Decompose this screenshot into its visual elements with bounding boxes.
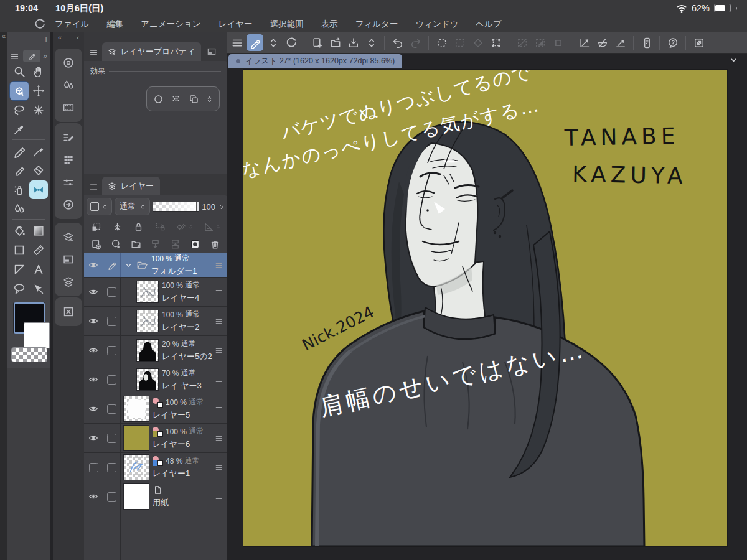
- palette-drag-grip[interactable]: ‖: [44, 35, 47, 43]
- sub-color-swatch[interactable]: [24, 322, 50, 348]
- panel-tab-navigator[interactable]: [58, 248, 79, 271]
- menu-item-1[interactable]: 編集: [98, 19, 132, 30]
- menu-item-7[interactable]: ウィンドウ: [406, 19, 467, 30]
- tool-balloon[interactable]: [10, 279, 29, 298]
- tool-airbrush[interactable]: [10, 180, 29, 199]
- fill-selection-button[interactable]: [469, 34, 486, 51]
- tool-ruler[interactable]: [29, 241, 48, 259]
- menu-item-3[interactable]: レイヤー: [210, 19, 261, 30]
- clipping-button[interactable]: [90, 221, 102, 233]
- opacity-handle[interactable]: [196, 202, 199, 211]
- tool-eyedropper[interactable]: [10, 120, 29, 139]
- new-folder-button[interactable]: [130, 238, 142, 250]
- menu-item-0[interactable]: ファイル: [46, 19, 98, 30]
- menu-item-2[interactable]: アニメーション: [132, 19, 209, 30]
- tool-gradient[interactable]: [29, 222, 48, 240]
- save-button[interactable]: [345, 34, 362, 51]
- clip-studio-home-button[interactable]: [283, 34, 299, 51]
- blend-mode-select[interactable]: 通常: [115, 198, 150, 215]
- tab-navigator-icon[interactable]: [201, 42, 222, 61]
- menu-item-8[interactable]: ヘルプ: [467, 19, 510, 30]
- tool-blend[interactable]: [10, 200, 29, 218]
- layer-drag-handle[interactable]: [215, 434, 227, 442]
- tool-auto-select[interactable]: [29, 101, 48, 119]
- lock-button[interactable]: [133, 221, 144, 233]
- layer-visibility-off-checkbox[interactable]: [84, 453, 103, 482]
- menu-item-5[interactable]: 表示: [312, 19, 347, 30]
- effect-more-chevrons[interactable]: [205, 95, 214, 103]
- layer-row[interactable]: 用紙: [84, 482, 227, 511]
- transparent-color-swatch[interactable]: [11, 347, 47, 362]
- layer-panel-menu-icon[interactable]: [89, 182, 98, 192]
- processing-button[interactable]: [433, 34, 450, 51]
- snap-to-ruler-button[interactable]: [576, 34, 593, 51]
- layer-drag-handle[interactable]: [215, 376, 227, 384]
- layer-row[interactable]: 70 % 通常レイ ヤー3: [84, 365, 227, 394]
- layer-thumbnail[interactable]: [123, 425, 149, 451]
- layer-row[interactable]: 100 % 通常レイヤー4: [84, 278, 227, 307]
- companion-mode-button[interactable]: [638, 34, 655, 51]
- tool-g-pen[interactable]: [29, 142, 48, 161]
- tab-layers[interactable]: レイヤー: [102, 177, 160, 195]
- layer-checkbox[interactable]: [103, 307, 121, 335]
- help-button[interactable]: [664, 34, 681, 51]
- main-menu-button[interactable]: [228, 34, 245, 51]
- tool-pen[interactable]: [10, 142, 29, 161]
- tool-switch-button[interactable]: [265, 34, 281, 51]
- paper-thumbnail[interactable]: [123, 483, 149, 510]
- layer-drag-handle[interactable]: [215, 288, 227, 296]
- layer-visibility-eye-icon[interactable]: [84, 482, 103, 511]
- tool-zoom[interactable]: [10, 62, 29, 81]
- new-canvas-button[interactable]: [309, 34, 326, 51]
- redo-button[interactable]: [407, 34, 424, 51]
- transform-button[interactable]: [487, 34, 504, 51]
- layer-drag-handle[interactable]: [215, 317, 227, 325]
- opacity-slider[interactable]: [153, 202, 199, 212]
- invert-selection-button[interactable]: [532, 34, 548, 51]
- tool-hand[interactable]: [29, 62, 48, 81]
- menu-item-4[interactable]: 選択範囲: [261, 19, 312, 30]
- layer-drag-handle[interactable]: [215, 261, 227, 269]
- tool-marker[interactable]: [10, 161, 29, 180]
- layer-row[interactable]: 100 % 通常レイヤー5: [84, 394, 227, 424]
- layer-visibility-eye-icon[interactable]: [84, 278, 103, 306]
- layer-color-effect-icon[interactable]: [188, 93, 200, 105]
- undo-button[interactable]: [389, 34, 406, 51]
- reference-button[interactable]: [111, 221, 123, 233]
- tool-correct-line[interactable]: [29, 279, 48, 298]
- clear-selection-button[interactable]: [514, 34, 530, 51]
- layer-checkbox[interactable]: [103, 336, 121, 365]
- layer-visibility-eye-icon[interactable]: [84, 424, 103, 452]
- layer-checkbox[interactable]: [103, 453, 121, 482]
- opacity-stepper-chevrons[interactable]: [218, 203, 225, 210]
- layer-edit-pen-icon[interactable]: [103, 253, 121, 277]
- panel-tab-layers[interactable]: [58, 271, 79, 293]
- tool-figure[interactable]: [10, 241, 29, 259]
- ruler-range-button[interactable]: [203, 221, 221, 233]
- collapse-strip-chevron[interactable]: «: [58, 34, 62, 41]
- layer-mask-button[interactable]: [189, 238, 201, 250]
- tool-eraser[interactable]: [29, 161, 48, 180]
- panel-tab-layer-property[interactable]: [58, 226, 79, 248]
- tool-frame-border[interactable]: [10, 260, 29, 279]
- layer-property-menu-icon[interactable]: [89, 48, 98, 57]
- current-tool-button[interactable]: [247, 34, 263, 51]
- panel-tab-color-set[interactable]: [58, 149, 79, 171]
- snap-to-special-ruler-button[interactable]: [594, 34, 611, 51]
- panel-tab-tool-settings[interactable]: [58, 171, 79, 194]
- tone-effect-icon[interactable]: [170, 93, 182, 105]
- delete-layer-button[interactable]: [209, 238, 221, 250]
- open-file-button[interactable]: [327, 34, 344, 51]
- layer-row[interactable]: 20 % 通常レイヤー5の2: [84, 336, 227, 365]
- layer-visibility-eye-icon[interactable]: [84, 336, 103, 365]
- deselect-button[interactable]: [451, 34, 468, 51]
- layer-thumbnail[interactable]: [123, 396, 149, 422]
- lock-alpha-button[interactable]: [154, 221, 166, 233]
- layer-checkbox[interactable]: [103, 424, 121, 452]
- tab-layer-property[interactable]: レイヤープロパティ: [102, 42, 201, 61]
- enable-mask-button[interactable]: [176, 221, 194, 233]
- layer-row-folder[interactable]: 100 % 通常フォルダー1: [84, 253, 227, 278]
- selection-border-button[interactable]: [550, 34, 566, 51]
- document-tab[interactable]: イラスト 27* (1620 x 1620px 72dpi 85.6%): [228, 54, 402, 68]
- layer-row[interactable]: 48 % 通常レイヤー1: [84, 453, 227, 482]
